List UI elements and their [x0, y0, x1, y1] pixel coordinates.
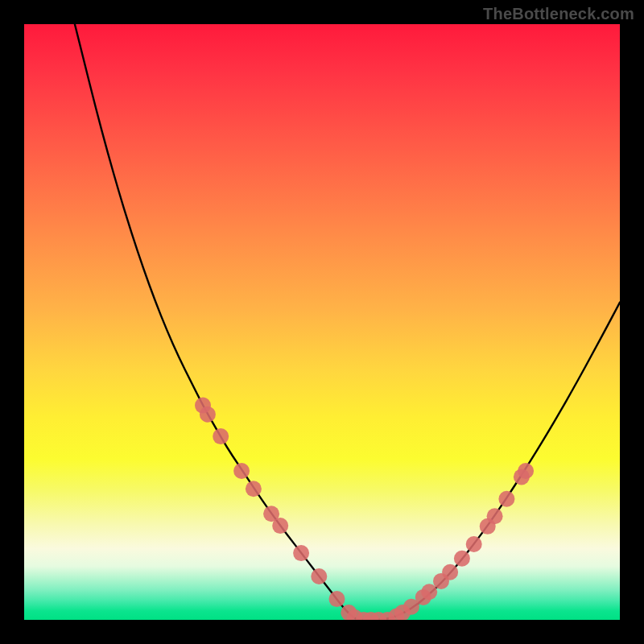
highlight-dot: [421, 584, 437, 600]
highlight-dot: [498, 491, 514, 507]
highlight-dot: [487, 508, 503, 524]
plot-area: [24, 24, 620, 620]
highlight-dot: [442, 564, 458, 580]
highlight-dot: [293, 545, 309, 561]
watermark-text: TheBottleneck.com: [483, 5, 634, 23]
highlight-dot: [213, 428, 229, 444]
highlight-dot: [454, 551, 470, 567]
marker-layer: [24, 24, 620, 620]
highlight-dot: [329, 591, 345, 607]
highlight-dot: [466, 536, 482, 552]
highlight-dot: [272, 518, 288, 534]
highlight-dot: [311, 568, 327, 584]
highlight-dot: [518, 463, 534, 479]
highlight-dot: [246, 481, 262, 497]
highlight-dot: [233, 463, 250, 479]
highlight-dots: [195, 398, 534, 620]
highlight-dot: [200, 407, 216, 423]
chart-frame: TheBottleneck.com: [0, 0, 644, 644]
